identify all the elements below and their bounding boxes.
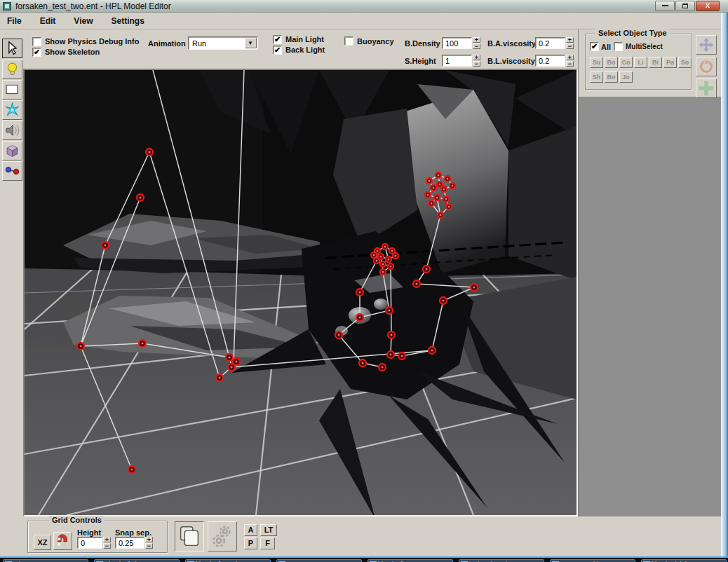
type-shape-button[interactable]: Sh bbox=[590, 71, 603, 83]
hpl-model-editor-window: forsaken_test_two.ent - HPL Model Editor… bbox=[0, 0, 728, 562]
main-light-checkbox[interactable] bbox=[273, 35, 282, 44]
anchor-button[interactable]: A bbox=[244, 524, 257, 536]
snap-sep-field[interactable]: 0.25 bbox=[115, 537, 144, 549]
billboard-tool-button[interactable] bbox=[2, 80, 22, 100]
height-field[interactable]: 0 bbox=[77, 537, 102, 549]
maximize-button[interactable] bbox=[675, 1, 695, 11]
grid-plane-button[interactable]: XZ bbox=[34, 535, 51, 550]
particle-icon bbox=[3, 101, 22, 119]
type-billboard-button[interactable]: Bi bbox=[649, 57, 662, 68]
minimize-icon bbox=[662, 5, 668, 6]
bottom-bar: Grid Controls XZ Height 0 Snap sep. 0.25 bbox=[25, 516, 721, 555]
ba-viscosity-label: B.A.viscosity bbox=[487, 39, 536, 48]
buoyancy-label: Buoyancy bbox=[357, 37, 394, 46]
main-light-label: Main Light bbox=[285, 35, 324, 43]
menu-view[interactable]: View bbox=[74, 16, 93, 26]
snap-sep-label: Snap sep. bbox=[115, 528, 151, 537]
cube-icon bbox=[3, 142, 22, 160]
minimize-button[interactable] bbox=[655, 1, 675, 11]
menu-file[interactable]: File bbox=[7, 16, 22, 26]
select-object-type-title: Select Object Type bbox=[595, 29, 670, 37]
show-skeleton-checkbox[interactable] bbox=[32, 48, 41, 57]
settings-mode-button[interactable] bbox=[208, 521, 237, 551]
taskbar: roleBlender [3 intro tblender [3U roleUn… bbox=[0, 556, 728, 562]
type-body-button[interactable]: Bo bbox=[605, 57, 618, 68]
taskbar-item[interactable]: Blender [3 intro t bbox=[94, 559, 180, 562]
grid-controls-group: Grid Controls XZ Height 0 Snap sep. 0.25 bbox=[27, 521, 168, 553]
rotate-tool-button[interactable] bbox=[696, 57, 717, 76]
show-physics-checkbox[interactable] bbox=[32, 37, 41, 46]
multiselect-checkbox[interactable] bbox=[614, 42, 623, 51]
menu-settings[interactable]: Settings bbox=[111, 16, 144, 26]
snap-button[interactable] bbox=[53, 532, 72, 550]
type-light-button[interactable]: Li bbox=[634, 57, 647, 68]
lightbulb-icon bbox=[3, 60, 22, 78]
taskbar-item[interactable]: blender [3U role bbox=[185, 559, 271, 562]
type-sound-button[interactable]: So bbox=[678, 57, 692, 68]
taskbar-item[interactable]: blender [4 W bbox=[368, 559, 453, 562]
s-height-spinner[interactable] bbox=[473, 55, 480, 67]
height-label: Height bbox=[77, 528, 101, 537]
window-title: forsaken_test_two.ent - HPL Model Editor bbox=[15, 1, 171, 11]
type-particle-button[interactable]: Pa bbox=[663, 57, 677, 68]
chevron-down-icon[interactable] bbox=[245, 38, 257, 48]
ba-viscosity-field[interactable]: 0.2 bbox=[535, 37, 565, 49]
p-button[interactable]: P bbox=[244, 537, 257, 549]
taskbar-item[interactable]: blender (2b beta bbox=[641, 559, 727, 562]
viewport-3d[interactable] bbox=[23, 69, 578, 516]
all-label: All bbox=[601, 43, 611, 51]
animation-label: Animation bbox=[148, 39, 186, 48]
lt-button[interactable]: LT bbox=[260, 524, 277, 536]
left-toolbar bbox=[0, 29, 25, 555]
type-collider-button[interactable]: Co bbox=[619, 57, 633, 68]
animation-dropdown[interactable]: Run bbox=[188, 36, 258, 50]
light-tool-button[interactable] bbox=[2, 60, 22, 79]
duplicate-mode-button[interactable] bbox=[175, 521, 204, 551]
type-bone-button[interactable]: Bo bbox=[605, 71, 618, 83]
s-height-label: S.Height bbox=[405, 57, 436, 65]
joint-icon bbox=[3, 162, 22, 180]
f-button[interactable]: F bbox=[260, 537, 275, 549]
menu-edit[interactable]: Edit bbox=[40, 16, 56, 26]
taskbar-item[interactable]: role bbox=[3, 559, 88, 562]
rotate-circle-icon bbox=[696, 57, 716, 76]
magnet-icon bbox=[54, 533, 72, 549]
maximize-icon bbox=[682, 4, 688, 8]
pages-icon bbox=[175, 522, 203, 551]
right-panel-empty bbox=[578, 97, 721, 555]
taskbar-item[interactable]: 4UI IU 12 white bbox=[550, 559, 635, 562]
particle-tool-button[interactable] bbox=[2, 100, 22, 120]
buoyancy-checkbox[interactable] bbox=[344, 36, 353, 46]
type-joint-button[interactable]: Jo bbox=[619, 71, 633, 83]
s-height-field[interactable]: 1 bbox=[442, 55, 472, 67]
move-arrows-icon bbox=[696, 36, 716, 54]
back-light-checkbox[interactable] bbox=[273, 46, 282, 55]
sound-tool-button[interactable] bbox=[2, 121, 22, 140]
titlebar: forsaken_test_two.ent - HPL Model Editor… bbox=[0, 0, 728, 13]
bl-viscosity-field[interactable]: 0.2 bbox=[535, 55, 565, 67]
ba-viscosity-spinner[interactable] bbox=[566, 37, 574, 49]
gears-icon bbox=[208, 522, 236, 551]
all-checkbox[interactable] bbox=[590, 42, 599, 51]
joint-tool-button[interactable] bbox=[2, 161, 22, 181]
cursor-icon bbox=[3, 39, 22, 57]
snap-sep-spinner[interactable] bbox=[145, 537, 153, 549]
b-density-field[interactable]: 100 bbox=[442, 37, 472, 49]
translate-tool-button[interactable] bbox=[696, 35, 717, 55]
scale-tool-button[interactable] bbox=[696, 78, 717, 98]
height-spinner[interactable] bbox=[103, 537, 111, 549]
bl-viscosity-spinner[interactable] bbox=[566, 55, 574, 67]
app-icon bbox=[3, 2, 11, 11]
select-object-type-group: Select Object Type All MultiSelect Su Bo… bbox=[585, 34, 692, 90]
animation-value: Run bbox=[192, 39, 206, 48]
taskbar-item[interactable]: python (6 msi bbox=[459, 559, 544, 562]
b-density-spinner[interactable] bbox=[473, 37, 480, 49]
taskbar-item[interactable]: Uncent DU DU0 bbox=[276, 559, 362, 562]
type-submesh-button[interactable]: Su bbox=[590, 57, 603, 68]
viewport-scene bbox=[25, 70, 577, 515]
b-density-label: B.Density bbox=[405, 39, 440, 48]
close-button[interactable]: X bbox=[696, 1, 720, 11]
select-tool-button[interactable] bbox=[2, 39, 22, 58]
body-tool-button[interactable] bbox=[2, 141, 22, 160]
bl-viscosity-label: B.L.viscosity bbox=[487, 57, 535, 65]
